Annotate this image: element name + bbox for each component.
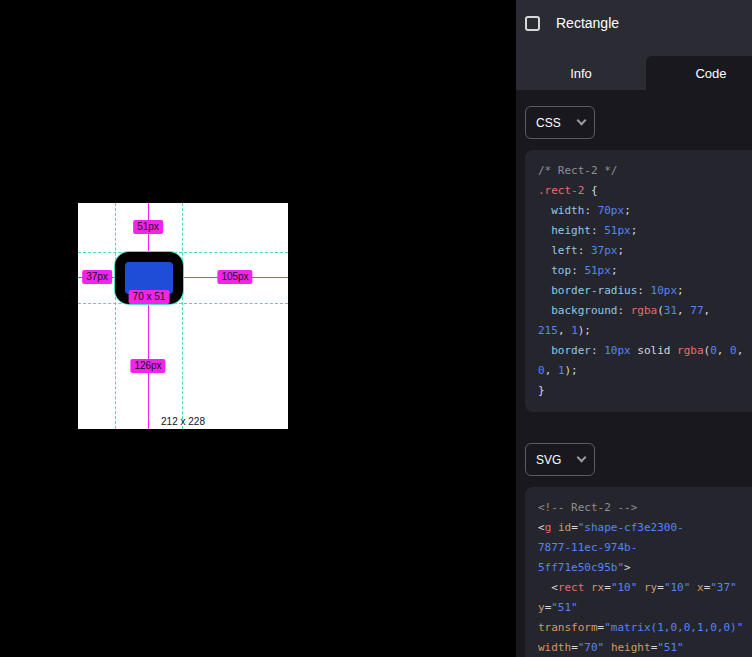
artboard-size-label: 212 x 228 bbox=[161, 416, 205, 427]
panel-header: Rectangle bbox=[516, 0, 752, 56]
tab-code[interactable]: Code bbox=[646, 56, 752, 90]
svg-select-value: SVG bbox=[536, 453, 561, 467]
guide-dashed-shape-top bbox=[78, 252, 288, 253]
right-panel: Rectangle Info Code CSS /* Rect-2 */.rec… bbox=[516, 0, 752, 657]
guide-dashed-shape-bottom bbox=[78, 303, 288, 304]
canvas-workspace[interactable]: 51px 37px 105px 126px 70 x 51 212 x 228 bbox=[0, 0, 516, 657]
css-language-select[interactable]: CSS bbox=[525, 106, 595, 139]
shape-size-label: 70 x 51 bbox=[129, 290, 170, 304]
guide-dashed-shape-right bbox=[182, 203, 183, 429]
css-code-block[interactable]: /* Rect-2 */.rect-2 { width: 70px; heigh… bbox=[525, 150, 752, 412]
guide-dashed-shape-left bbox=[115, 203, 116, 429]
distance-label-top: 51px bbox=[133, 220, 163, 234]
layer-checkbox[interactable] bbox=[525, 16, 540, 31]
distance-label-right: 105px bbox=[217, 270, 252, 284]
tab-bar: Info Code bbox=[516, 56, 752, 90]
svg-code-block[interactable]: <!-- Rect-2 --><g id="shape-cf3e2300-787… bbox=[525, 487, 752, 657]
chevron-down-icon bbox=[577, 116, 587, 126]
chevron-down-icon bbox=[577, 453, 587, 463]
artboard[interactable]: 51px 37px 105px 126px 70 x 51 212 x 228 bbox=[78, 203, 288, 429]
css-select-value: CSS bbox=[536, 116, 561, 130]
distance-label-left: 37px bbox=[82, 270, 112, 284]
svg-language-select[interactable]: SVG bbox=[525, 443, 595, 476]
layer-name: Rectangle bbox=[556, 16, 619, 31]
tab-info[interactable]: Info bbox=[516, 56, 646, 90]
distance-label-bottom: 126px bbox=[130, 359, 165, 373]
